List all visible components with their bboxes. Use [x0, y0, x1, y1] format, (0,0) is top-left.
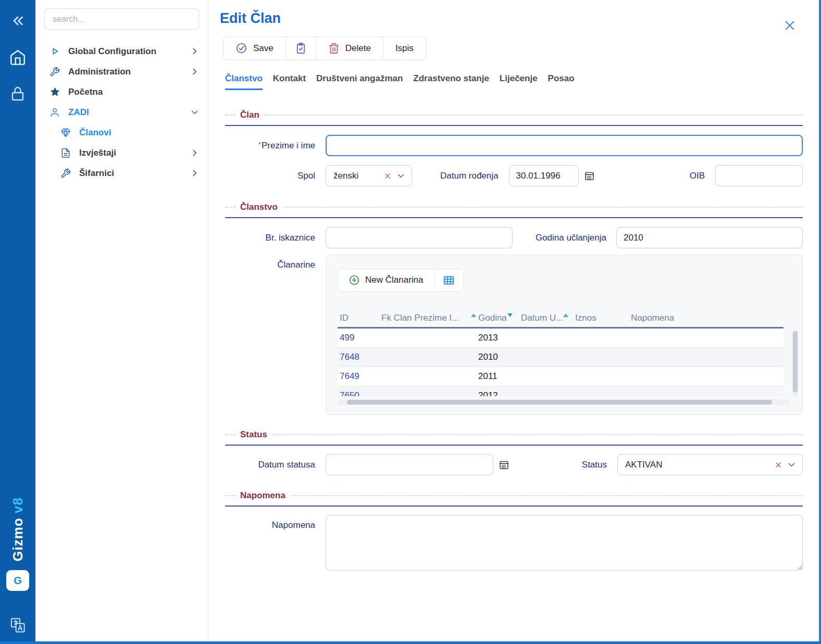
- datum-rodenja-input[interactable]: [509, 165, 579, 186]
- clanarine-grid: New Članarina ID Fk Clan Prezime: [326, 255, 803, 415]
- calendar-icon[interactable]: [499, 459, 509, 470]
- grid-view-button[interactable]: [434, 269, 463, 291]
- sidebar-item-clanovi[interactable]: Članovi: [35, 122, 208, 143]
- sidebar-item-pocetna[interactable]: Početna: [35, 82, 208, 102]
- br-iskaznice-input[interactable]: [326, 227, 513, 248]
- prezime-i-ime-input[interactable]: [326, 135, 803, 156]
- section-status: Status Datum statusa Status AKTIVAN: [225, 430, 803, 475]
- oib-input[interactable]: [715, 165, 803, 186]
- scrollbar-thumb[interactable]: [347, 400, 772, 405]
- section-napomena: Napomena Napomena: [225, 490, 803, 571]
- caret-right-icon: [48, 46, 61, 56]
- row-godina: 2011: [478, 371, 521, 382]
- sidebar: Global Configuration Administration Poče…: [35, 0, 208, 644]
- column-header-fk-clan[interactable]: Fk Clan Prezime I...: [381, 313, 478, 323]
- tab-zdrastveno-stanje[interactable]: Zdrastveno stanje: [413, 73, 489, 90]
- section-title-napomena: Napomena: [240, 490, 285, 501]
- clear-icon[interactable]: [383, 172, 392, 180]
- row-id-link[interactable]: 7649: [340, 371, 381, 382]
- save-button[interactable]: Save: [223, 37, 286, 59]
- gizmo-logo[interactable]: G: [6, 570, 29, 591]
- home-button[interactable]: [7, 47, 28, 68]
- new-clanarina-button[interactable]: New Članarina: [338, 269, 434, 291]
- delete-button[interactable]: Delete: [316, 37, 383, 59]
- save-check-icon: [235, 42, 247, 54]
- horizontal-scrollbar[interactable]: [338, 399, 790, 405]
- calendar-icon[interactable]: [584, 170, 595, 181]
- sidebar-item-administration[interactable]: Administration: [35, 61, 208, 82]
- table-row[interactable]: 7650 2012: [338, 386, 783, 396]
- lock-button[interactable]: [7, 83, 28, 104]
- close-button[interactable]: [783, 19, 797, 32]
- datum-rodenja-label: Datum rođenja: [440, 171, 499, 181]
- left-rail: Gizmo v8 G: [0, 0, 35, 644]
- prezime-i-ime-label: *Prezime i ime: [225, 141, 315, 151]
- person-icon: [48, 107, 61, 118]
- table-row[interactable]: 7649 2011: [338, 367, 783, 386]
- translate-button[interactable]: [7, 615, 28, 636]
- row-id-link[interactable]: 499: [340, 333, 381, 343]
- column-header-datum[interactable]: Datum U...: [521, 313, 575, 323]
- toolbar: Save Delete Ispis: [223, 36, 426, 60]
- star-icon: [48, 86, 61, 97]
- oib-label: OIB: [690, 171, 705, 181]
- row-id-link[interactable]: 7650: [340, 390, 381, 396]
- double-chevron-left-icon: [9, 12, 27, 30]
- section-clan: Član *Prezime i ime Spol ženski Datum r: [225, 110, 803, 186]
- grid-table: ID Fk Clan Prezime I... Godina Datum U..…: [338, 313, 783, 396]
- page-right-scroll-edge[interactable]: [819, 0, 821, 644]
- tab-posao[interactable]: Posao: [548, 73, 575, 90]
- page-bottom-scroll-edge[interactable]: [0, 641, 821, 644]
- clipboard-check-button[interactable]: [286, 37, 316, 59]
- br-iskaznice-label: Br. iskaznice: [225, 233, 315, 243]
- chevron-down-icon[interactable]: [787, 460, 796, 469]
- datum-statusa-input[interactable]: [326, 454, 493, 475]
- vertical-scrollbar[interactable]: [792, 330, 798, 398]
- table-row[interactable]: 499 2013: [338, 329, 783, 348]
- godina-uclanjenja-input[interactable]: [616, 227, 803, 248]
- scrollbar-thumb[interactable]: [793, 331, 798, 393]
- sidebar-item-zadi[interactable]: ZADI: [35, 102, 208, 122]
- collapse-sidebar-button[interactable]: [7, 10, 28, 31]
- spol-select[interactable]: ženski: [326, 165, 412, 186]
- sort-asc-icon: [563, 313, 568, 317]
- sidebar-item-izvjestaji[interactable]: Izvještaji: [35, 143, 208, 163]
- page-title: Edit Član: [209, 0, 821, 27]
- ispis-button[interactable]: Ispis: [383, 37, 426, 59]
- godina-uclanjenja-label: Godina učlanjenja: [536, 233, 606, 243]
- row-godina: 2012: [478, 390, 521, 396]
- row-id-link[interactable]: 7648: [340, 352, 381, 362]
- lock-icon: [9, 85, 26, 102]
- napomena-textarea[interactable]: [326, 515, 803, 571]
- chevron-down-icon: [190, 108, 199, 117]
- tab-lijecenje[interactable]: Liječenje: [500, 73, 538, 90]
- sidebar-item-sifarnici[interactable]: Šifarnici: [35, 163, 208, 183]
- sort-desc-icon: [507, 313, 513, 317]
- column-header-iznos[interactable]: Iznos: [575, 313, 631, 323]
- status-label: Status: [582, 460, 607, 470]
- column-header-id[interactable]: ID: [340, 313, 381, 323]
- column-header-napomena[interactable]: Napomena: [631, 313, 783, 323]
- clanarine-label: Članarine: [225, 260, 315, 270]
- section-divider: [225, 217, 803, 218]
- row-godina: 2013: [478, 333, 521, 343]
- chevron-right-icon: [190, 47, 199, 56]
- chevron-down-icon[interactable]: [396, 171, 405, 180]
- table-row[interactable]: 7648 2010: [338, 348, 783, 367]
- tab-clanstvo[interactable]: Članstvo: [225, 73, 263, 90]
- translate-icon: [9, 617, 26, 634]
- sidebar-item-global-configuration[interactable]: Global Configuration: [35, 41, 208, 61]
- search-input[interactable]: [44, 8, 199, 30]
- section-title-clan: Član: [240, 110, 259, 120]
- section-title-status: Status: [240, 430, 267, 440]
- status-select[interactable]: AKTIVAN: [617, 454, 803, 475]
- section-divider: [225, 506, 803, 507]
- tab-kontakt[interactable]: Kontakt: [273, 73, 306, 90]
- brand-vertical: Gizmo v8: [10, 497, 26, 562]
- column-header-godina[interactable]: Godina: [478, 313, 521, 323]
- main-content: Edit Član Save Delete Ispis Članstv: [209, 0, 821, 644]
- clipboard-check-icon: [295, 42, 307, 54]
- clear-icon[interactable]: [774, 461, 782, 469]
- tab-drustveni-angazman[interactable]: Društveni angažman: [316, 73, 403, 90]
- grid-toolbar: New Članarina: [338, 269, 464, 292]
